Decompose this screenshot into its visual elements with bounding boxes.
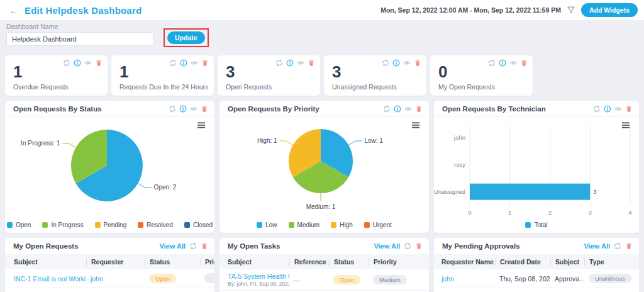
view-all-link[interactable]: View All [584, 242, 610, 250]
stat-card-open-requests: 3 Open Requests [218, 55, 320, 96]
chart-body: Low: 1Medium: 1High: 1 LowMediumHighUrge… [219, 117, 429, 233]
x-tick-label: 2 [548, 209, 552, 216]
legend-item-closed[interactable]: Closed [184, 222, 213, 228]
column-header[interactable]: Status [145, 258, 200, 266]
column-header[interactable]: Reference [289, 258, 329, 266]
eye-icon[interactable] [84, 59, 92, 67]
eye-icon[interactable] [404, 105, 412, 113]
view-all-link[interactable]: View All [374, 242, 400, 250]
delete-icon[interactable] [625, 242, 633, 250]
legend-item-high[interactable]: High [331, 222, 353, 228]
stat-value: 0 [438, 62, 447, 82]
refresh-icon[interactable] [614, 242, 621, 250]
chart-title: Open Requests By Status [13, 105, 102, 113]
top-bar: ← Edit Helpdesk Dashboard Mon, Sep 12, 2… [0, 0, 644, 20]
legend-label: Resolved [147, 222, 173, 228]
table-header-row: Requester Name Created Date Subject Type [434, 254, 639, 269]
eye-icon[interactable] [403, 59, 411, 67]
legend-item-in-progress[interactable]: In Progress [42, 222, 83, 228]
legend-item-total[interactable]: Total [525, 222, 547, 228]
legend-item-pending[interactable]: Pending [95, 222, 127, 228]
eye-icon[interactable] [297, 59, 304, 67]
pie-callout-label: In Progress: 1 [21, 140, 60, 147]
technician-bar-chart: 01234johnrosyUnassigned3 [434, 117, 639, 233]
refresh-icon[interactable] [404, 242, 411, 250]
legend-item-open[interactable]: Open [7, 222, 31, 228]
delete-icon[interactable] [201, 242, 208, 250]
refresh-icon[interactable] [488, 59, 496, 67]
column-header[interactable]: Type [584, 258, 635, 266]
refresh-icon[interactable] [593, 105, 601, 113]
refresh-icon[interactable] [63, 59, 70, 67]
view-all-link[interactable]: View All [159, 242, 186, 250]
legend-item-low[interactable]: Low [257, 222, 277, 228]
delete-icon[interactable] [415, 105, 423, 113]
table-row[interactable]: INC-2 Internet is slow Jerry In Progress [5, 288, 214, 292]
table-row[interactable]: john Thu, Sep 08, 2022 12... Approva... … [434, 269, 639, 288]
approval-requester-link[interactable]: john [441, 275, 495, 283]
update-button[interactable]: Update [167, 31, 205, 44]
add-widgets-button[interactable]: Add Widgets [581, 3, 638, 17]
refresh-icon[interactable] [169, 105, 176, 113]
refresh-icon[interactable] [382, 59, 389, 67]
date-range[interactable]: Mon, Sep 12, 2022 12:00 AM - Mon, Sep 12… [380, 6, 561, 14]
delete-icon[interactable] [625, 105, 633, 113]
table-row[interactable]: TA-5 System Health C... By: john, Fri, S… [219, 269, 429, 291]
refresh-icon[interactable] [169, 59, 177, 67]
column-header[interactable]: Requester Name [441, 258, 495, 266]
table-row[interactable]: INC-1 Email is not Working john Open [5, 269, 214, 288]
legend-item-medium[interactable]: Medium [289, 222, 320, 228]
column-header[interactable]: Priority [369, 258, 422, 266]
back-arrow-icon[interactable]: ← [9, 5, 18, 16]
info-icon[interactable] [286, 59, 294, 67]
info-icon[interactable] [394, 105, 401, 113]
column-header[interactable]: Priority [200, 258, 214, 266]
column-header[interactable]: Subject [228, 258, 289, 266]
column-header[interactable]: Subject [14, 258, 86, 266]
chart-menu-icon[interactable] [411, 121, 420, 129]
column-header[interactable]: Created Date [495, 258, 550, 266]
delete-icon[interactable] [95, 59, 103, 67]
request-subject-link[interactable]: INC-1 Email is not Working [14, 275, 86, 283]
chart-menu-icon[interactable] [621, 121, 630, 129]
legend-item-resolved[interactable]: Resolved [138, 222, 173, 228]
eye-icon[interactable] [191, 59, 198, 67]
eye-icon[interactable] [509, 59, 517, 67]
table-row[interactable]: john Thu, Sep 08, 2022 0... Approva... U… [434, 288, 639, 292]
info-icon[interactable] [74, 59, 81, 67]
info-icon[interactable] [604, 105, 611, 113]
refresh-icon[interactable] [275, 59, 283, 67]
card-header: Open Requests By Technician [434, 101, 639, 117]
dashboard-name-section: Dashboard Name Update [0, 20, 644, 53]
column-header[interactable]: Requester [86, 258, 145, 266]
delete-icon[interactable] [308, 59, 315, 67]
task-subject-link[interactable]: TA-5 System Health C... [228, 272, 289, 280]
eye-icon[interactable] [614, 105, 622, 113]
eye-icon[interactable] [190, 105, 197, 113]
refresh-icon[interactable] [383, 105, 391, 113]
dashboard-name-input[interactable] [6, 32, 153, 46]
priority-badge: Medium [373, 275, 407, 284]
delete-icon[interactable] [414, 59, 421, 67]
delete-icon[interactable] [520, 59, 528, 67]
bar-unassigned[interactable] [470, 184, 590, 200]
legend-item-urgent[interactable]: Urgent [364, 222, 392, 228]
chart-legend: OpenIn ProgressPendingResolvedClosed [5, 222, 214, 228]
column-header[interactable]: Status [329, 258, 369, 266]
delete-icon[interactable] [201, 59, 209, 67]
delete-icon[interactable] [201, 105, 208, 113]
filter-icon[interactable] [567, 6, 575, 14]
info-icon[interactable] [499, 59, 506, 67]
column-header[interactable]: Subject [550, 258, 584, 266]
stat-label: Open Requests [226, 83, 272, 91]
info-icon[interactable] [392, 59, 400, 67]
info-icon[interactable] [180, 59, 187, 67]
chart-menu-icon[interactable] [197, 121, 206, 129]
requester-link[interactable]: john [86, 275, 145, 283]
refresh-icon[interactable] [189, 242, 197, 250]
panel-icons [169, 105, 208, 113]
info-icon[interactable] [179, 105, 187, 113]
delete-icon[interactable] [415, 242, 423, 250]
pie-callout-label: Medium: 1 [306, 203, 336, 210]
legend-swatch [525, 222, 531, 228]
